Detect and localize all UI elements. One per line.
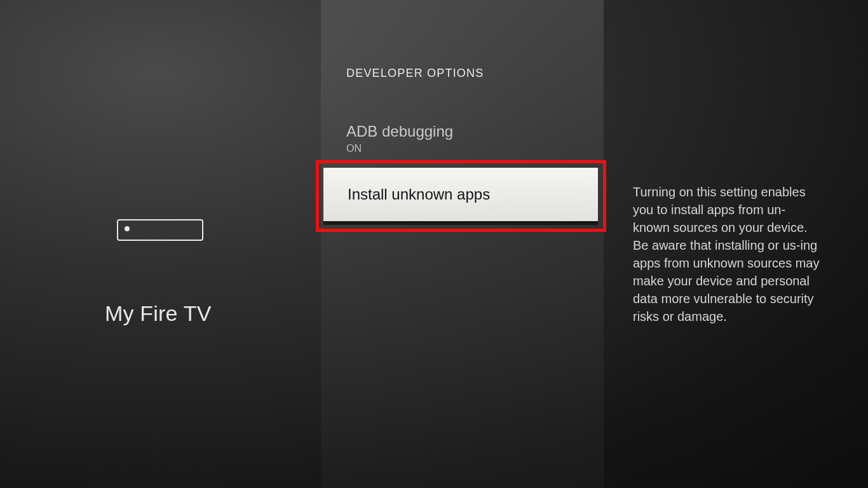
- option-install-unknown-apps[interactable]: Install unknown apps: [323, 168, 598, 221]
- options-panel: DEVELOPER OPTIONS ADB debugging ON Insta…: [321, 0, 604, 488]
- left-context-panel: My Fire TV: [0, 0, 321, 488]
- panel-header: DEVELOPER OPTIONS: [346, 67, 484, 80]
- description-panel: Turning on this setting enables you to i…: [604, 0, 868, 488]
- option-adb-debugging[interactable]: ADB debugging ON: [346, 123, 588, 154]
- option-install-unknown-label: Install unknown apps: [348, 186, 490, 203]
- option-adb-value: ON: [346, 143, 588, 154]
- option-description: Turning on this setting enables you to i…: [633, 183, 821, 325]
- settings-screen: My Fire TV DEVELOPER OPTIONS ADB debuggi…: [0, 0, 868, 488]
- option-adb-label: ADB debugging: [346, 123, 588, 140]
- context-title: My Fire TV: [105, 301, 212, 326]
- firetv-stick-icon: [117, 219, 203, 241]
